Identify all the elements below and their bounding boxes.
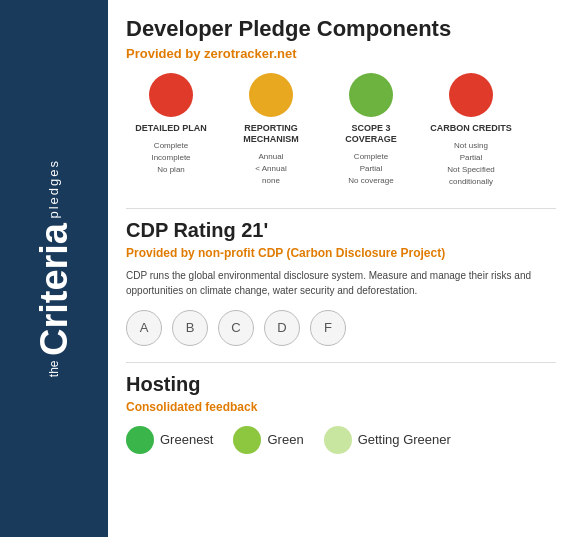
pledge-title: Developer Pledge Components [126, 16, 556, 42]
pledge-components: DETAILED PLANCompleteIncompleteNo planRE… [126, 73, 556, 188]
legend-label: Getting Greener [358, 432, 451, 447]
cdp-grades: ABCDF [126, 310, 556, 346]
legend-dot [126, 426, 154, 454]
sidebar-the: the [47, 361, 61, 378]
pledge-provider[interactable]: Provided by zerotracker.net [126, 46, 556, 61]
legend-item: Green [233, 426, 303, 454]
sidebar-pledges: pledges [46, 159, 61, 219]
pledge-label: SCOPE 3 COVERAGE [326, 123, 416, 145]
main-content: Developer Pledge Components Provided by … [108, 0, 574, 537]
pledge-circle [349, 73, 393, 117]
hosting-title: Hosting [126, 373, 556, 396]
legend-dot [324, 426, 352, 454]
pledge-label: DETAILED PLAN [135, 123, 206, 134]
grade-circle[interactable]: B [172, 310, 208, 346]
hosting-section: Hosting Consolidated feedback GreenestGr… [126, 373, 556, 454]
pledge-options: CompletePartialNo coverage [348, 151, 393, 187]
hosting-legend: GreenestGreenGetting Greener [126, 426, 556, 454]
sidebar-criteria: Criteria [33, 223, 75, 356]
pledge-circle [249, 73, 293, 117]
grade-circle[interactable]: C [218, 310, 254, 346]
pledge-circle [149, 73, 193, 117]
legend-item: Getting Greener [324, 426, 451, 454]
pledge-circle [449, 73, 493, 117]
legend-dot [233, 426, 261, 454]
cdp-section: CDP Rating 21' Provided by non-profit CD… [126, 219, 556, 352]
divider-2 [126, 362, 556, 363]
cdp-title: CDP Rating 21' [126, 219, 556, 242]
legend-label: Green [267, 432, 303, 447]
pledge-section: Developer Pledge Components Provided by … [126, 16, 556, 198]
grade-circle[interactable]: F [310, 310, 346, 346]
hosting-subtitle: Consolidated feedback [126, 400, 556, 414]
grade-circle[interactable]: A [126, 310, 162, 346]
cdp-provider[interactable]: Provided by non-profit CDP (Carbon Discl… [126, 246, 556, 260]
divider-1 [126, 208, 556, 209]
sidebar-content: the Criteria pledges [37, 159, 71, 377]
sidebar: the Criteria pledges [0, 0, 108, 537]
pledge-options: Not usingPartialNot Specifiedconditional… [447, 140, 495, 188]
pledge-item: SCOPE 3 COVERAGECompletePartialNo covera… [326, 73, 416, 188]
legend-item: Greenest [126, 426, 213, 454]
pledge-label: CARBON CREDITS [430, 123, 512, 134]
pledge-label: REPORTING MECHANISM [226, 123, 316, 145]
pledge-item: REPORTING MECHANISMAnnual< Annualnone [226, 73, 316, 188]
pledge-options: CompleteIncompleteNo plan [151, 140, 190, 176]
pledge-options: Annual< Annualnone [255, 151, 286, 187]
pledge-item: DETAILED PLANCompleteIncompleteNo plan [126, 73, 216, 188]
grade-circle[interactable]: D [264, 310, 300, 346]
cdp-description: CDP runs the global environmental disclo… [126, 268, 556, 298]
legend-label: Greenest [160, 432, 213, 447]
pledge-item: CARBON CREDITSNot usingPartialNot Specif… [426, 73, 516, 188]
